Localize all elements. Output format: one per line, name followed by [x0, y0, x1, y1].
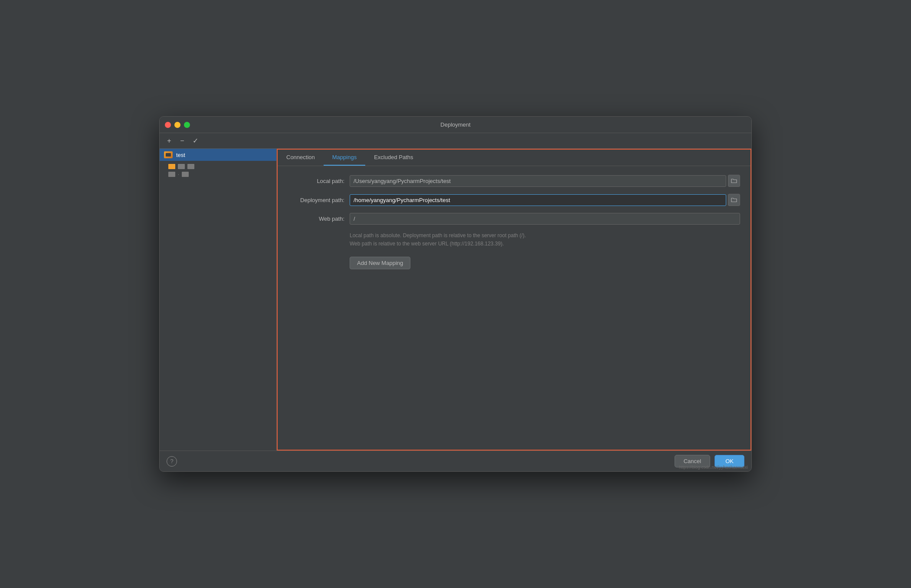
watermark: https://blog.csdn.net/yyhaohaoxuexi — [679, 465, 748, 470]
sidebar-item-label: test — [176, 152, 185, 158]
close-button[interactable] — [165, 122, 171, 128]
deployment-path-row: Deployment path: — [288, 194, 740, 206]
local-path-folder-button[interactable] — [728, 175, 740, 187]
sidebar-item-test[interactable]: test — [160, 149, 276, 161]
local-path-input-wrapper — [350, 175, 740, 187]
sidebar-subitem-2[interactable]: · — [160, 170, 276, 178]
titlebar: Deployment — [160, 117, 751, 133]
sidebar: test · — [160, 149, 277, 451]
deployment-window: Deployment + − ✓ test · — [159, 116, 752, 472]
right-panel: Connection Mappings Excluded Paths Local… — [277, 149, 751, 451]
web-path-label: Web path: — [288, 216, 344, 222]
tab-connection[interactable]: Connection — [278, 150, 324, 166]
deployment-path-label: Deployment path: — [288, 197, 344, 203]
tab-excluded-paths[interactable]: Excluded Paths — [365, 150, 422, 166]
tab-mappings[interactable]: Mappings — [324, 150, 365, 166]
sftp-icon — [168, 164, 175, 169]
web-path-input[interactable] — [350, 213, 740, 225]
toolbar: + − ✓ — [160, 133, 751, 149]
sidebar-subitems: · — [160, 161, 276, 180]
list-icon-1 — [168, 172, 175, 177]
subitem-dot: · — [178, 172, 179, 177]
tabs: Connection Mappings Excluded Paths — [278, 150, 750, 166]
window-title: Deployment — [440, 121, 470, 128]
local-path-input[interactable] — [350, 175, 726, 187]
local-path-row: Local path: — [288, 175, 740, 187]
folder-icon-2 — [187, 164, 194, 169]
sidebar-subitem-1[interactable] — [160, 163, 276, 170]
add-server-button[interactable]: + — [164, 136, 174, 146]
window-controls — [165, 122, 190, 128]
deployment-path-input-wrapper — [350, 194, 740, 206]
server-icon — [164, 151, 173, 158]
web-path-row: Web path: — [288, 213, 740, 225]
bottom-bar: ? Cancel OK — [160, 451, 751, 471]
deployment-path-folder-button[interactable] — [728, 194, 740, 206]
main-content: test · Connection — [160, 149, 751, 451]
remove-server-button[interactable]: − — [177, 136, 187, 146]
help-button[interactable]: ? — [167, 456, 177, 467]
maximize-button[interactable] — [184, 122, 190, 128]
minimize-button[interactable] — [174, 122, 180, 128]
list-icon-2 — [182, 172, 189, 177]
folder-icon-1 — [178, 164, 185, 169]
web-path-input-wrapper — [350, 213, 740, 225]
local-path-label: Local path: — [288, 178, 344, 184]
hint-text: Local path is absolute. Deployment path … — [288, 232, 740, 248]
form-area: Local path: Deployment path: — [278, 166, 750, 450]
deployment-path-input[interactable] — [350, 194, 726, 206]
add-new-mapping-button[interactable]: Add New Mapping — [350, 257, 410, 269]
confirm-button[interactable]: ✓ — [190, 136, 200, 146]
